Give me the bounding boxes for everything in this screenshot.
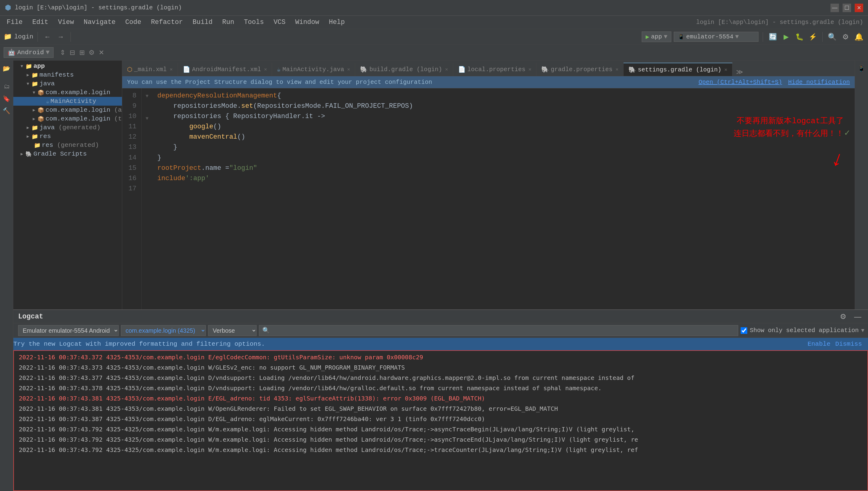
tab-local-props[interactable]: 📄 local.properties ✕ bbox=[453, 63, 537, 76]
tab-icon-xml: ⬡ bbox=[127, 66, 132, 73]
tree-arrow-app: ▼ bbox=[21, 64, 23, 69]
tab-close-gradle-props[interactable]: ✕ bbox=[616, 66, 619, 73]
tree-item-test[interactable]: ▶ 📦 com.example.login (test) bbox=[13, 114, 122, 123]
toolbar-fwd-btn[interactable]: → bbox=[55, 31, 66, 42]
collapse-all-btn[interactable]: ⊟ bbox=[68, 49, 76, 57]
tree-item-gradle-scripts[interactable]: ▶ 🐘 Gradle Scripts bbox=[13, 149, 122, 158]
tree-item-java-gen[interactable]: ▶ 📁 java (generated) bbox=[13, 123, 122, 132]
tree-item-mainactivity[interactable]: ☕ MainActivity bbox=[13, 97, 122, 106]
sidebar-bookmarks-icon[interactable]: 🔖 bbox=[1, 93, 12, 104]
android-view-selector[interactable]: 🤖 Android ▼ bbox=[4, 47, 54, 58]
window-title: login [E:\app\login] - settings.gradle (… bbox=[15, 4, 182, 11]
menu-build[interactable]: Build bbox=[188, 17, 217, 28]
menu-help[interactable]: Help bbox=[324, 17, 349, 28]
sync-btn[interactable]: 🔄 bbox=[767, 31, 778, 42]
expand-all-btn[interactable]: ⊞ bbox=[78, 49, 86, 57]
tab-settings-gradle[interactable]: 🐘 settings.gradle (login) ✕ bbox=[624, 63, 733, 76]
app-selector-label: app bbox=[651, 33, 662, 40]
minimize-button[interactable]: — bbox=[831, 4, 839, 12]
logcat-device-select[interactable]: Emulator emulator-5554 Android bbox=[18, 325, 119, 336]
tab-label-main-xml: _main.xml bbox=[134, 66, 167, 73]
code-line-16: include ':app' bbox=[157, 173, 850, 184]
sidebar-project-icon[interactable]: 📂 bbox=[1, 63, 12, 74]
logcat-level-select[interactable]: Verbose bbox=[208, 325, 256, 336]
gradle-icon: 🐘 bbox=[25, 151, 32, 157]
close-button[interactable]: ✕ bbox=[855, 4, 863, 12]
tab-close-settings-gradle[interactable]: ✕ bbox=[724, 66, 727, 73]
menu-navigate[interactable]: Navigate bbox=[79, 17, 120, 28]
tree-item-res[interactable]: ▶ 📁 res bbox=[13, 132, 122, 141]
log-output-area[interactable]: 2022-11-16 00:37:43.372 4325-4353/com.ex… bbox=[13, 350, 868, 491]
code-line-17 bbox=[157, 184, 850, 194]
settings-btn[interactable]: ⚙ bbox=[840, 31, 851, 42]
log-line-9: 2022-11-16 00:37:43.792 4325-4325/com.ex… bbox=[14, 434, 867, 445]
open-project-structure-link[interactable]: Open (Ctrl+Alt+Shift+S) bbox=[699, 79, 782, 86]
logcat-enable-link[interactable]: Enable bbox=[807, 341, 831, 348]
tab-gradle-props[interactable]: 🐘 gradle.properties ✕ bbox=[536, 63, 624, 76]
tab-close-mainactivity[interactable]: ✕ bbox=[347, 66, 350, 73]
logcat-package-select[interactable]: com.example.login (4325) bbox=[121, 325, 206, 336]
code-line-9: repositoriesMode.set(RepositoriesMode.FA… bbox=[157, 101, 850, 111]
tree-item-androidtest[interactable]: ▶ 📦 com.example.login (androidTest) bbox=[13, 106, 122, 114]
folder-icon-java: 📁 bbox=[31, 81, 38, 87]
logcat-minimize-btn[interactable]: — bbox=[852, 311, 863, 322]
menu-vcs[interactable]: VCS bbox=[269, 17, 290, 28]
tab-close-manifest[interactable]: ✕ bbox=[264, 66, 267, 73]
tab-mainactivity[interactable]: ☕ MainActivity.java ✕ bbox=[272, 63, 355, 76]
menu-edit[interactable]: Edit bbox=[28, 17, 53, 28]
sidebar-structure-icon[interactable]: 🗂 bbox=[1, 81, 12, 92]
tab-androidmanifest[interactable]: 📄 AndroidManifest.xml ✕ bbox=[178, 63, 272, 76]
package-icon-main: 📦 bbox=[37, 89, 44, 96]
tree-item-manifests[interactable]: ▶ 📁 manifests bbox=[13, 70, 122, 79]
ln-8: 8 bbox=[125, 91, 136, 101]
menu-window[interactable]: Window bbox=[291, 17, 323, 28]
tab-build-gradle[interactable]: 🐘 build.gradle (login) ✕ bbox=[355, 63, 453, 76]
scroll-to-btn[interactable]: ⇕ bbox=[58, 49, 67, 57]
tree-item-app[interactable]: ▼ 📁 app bbox=[13, 62, 122, 70]
sidebar-build-icon[interactable]: 🔨 bbox=[1, 105, 12, 116]
more-tabs-btn[interactable]: ≫ bbox=[733, 68, 747, 76]
package-icon-androidtest: 📦 bbox=[37, 107, 44, 114]
menu-code[interactable]: Code bbox=[121, 17, 146, 28]
ln-14: 14 bbox=[125, 153, 136, 163]
app-selector-arrow: ▼ bbox=[664, 33, 668, 40]
device-selector[interactable]: 📱 emulator-5554 ▼ bbox=[674, 32, 758, 42]
menu-refactor[interactable]: Refactor bbox=[147, 17, 187, 28]
gear-panel-btn[interactable]: ⚙ bbox=[87, 49, 96, 57]
search-btn[interactable]: 🔍 bbox=[827, 31, 838, 42]
hide-notification-link[interactable]: Hide notification bbox=[788, 79, 850, 86]
logcat-settings-btn[interactable]: ⚙ bbox=[838, 311, 849, 322]
tab-icon-local-props: 📄 bbox=[458, 66, 466, 73]
tab-close-build-gradle[interactable]: ✕ bbox=[445, 66, 448, 73]
tab-close-local-props[interactable]: ✕ bbox=[529, 66, 532, 73]
fold-10[interactable]: ▼ bbox=[142, 113, 153, 124]
tab-close-main-xml[interactable]: ✕ bbox=[170, 66, 173, 73]
notifications-btn[interactable]: 🔔 bbox=[854, 31, 864, 42]
logcat-search-input[interactable] bbox=[259, 325, 738, 336]
tree-item-package-main[interactable]: ▼ 📦 com.example.login bbox=[13, 88, 122, 97]
maximize-button[interactable]: ☐ bbox=[843, 4, 851, 12]
left-sidebar: 📂 🗂 🔖 🔨 bbox=[0, 61, 13, 491]
tab-label-build-gradle: build.gradle (login) bbox=[369, 66, 442, 73]
tab-main-xml[interactable]: ⬡ _main.xml ✕ bbox=[122, 63, 178, 76]
tree-item-java[interactable]: ▼ 📁 java bbox=[13, 79, 122, 88]
device-file-explorer-icon[interactable]: 📱 bbox=[856, 63, 867, 74]
logcat-show-selected-checkbox[interactable] bbox=[741, 327, 747, 334]
menu-view[interactable]: View bbox=[54, 17, 79, 28]
log-line-10: 2022-11-16 00:37:43.792 4325-4325/com.ex… bbox=[14, 445, 867, 455]
run-btn[interactable]: ▶ bbox=[781, 31, 792, 42]
debug-btn[interactable]: 🐛 bbox=[794, 31, 805, 42]
menu-file[interactable]: File bbox=[2, 17, 27, 28]
menu-run[interactable]: Run bbox=[218, 17, 239, 28]
logcat-dismiss-link[interactable]: Dismiss bbox=[835, 341, 862, 348]
toolbar-back-btn[interactable]: ← bbox=[42, 31, 53, 42]
profile-btn[interactable]: ⚡ bbox=[807, 31, 818, 42]
fold-8[interactable]: ▼ bbox=[142, 91, 153, 102]
tree-item-res-gen[interactable]: 📁 res (generated) bbox=[13, 141, 122, 149]
tab-label-settings-gradle: settings.gradle (login) bbox=[638, 66, 721, 73]
file-tree: ▼ 📁 app ▶ 📁 manifests ▼ 📁 java ▼ 📦 com.e… bbox=[13, 61, 122, 309]
menu-tools[interactable]: Tools bbox=[240, 17, 268, 28]
close-panel-btn[interactable]: ✕ bbox=[97, 49, 105, 57]
app-selector[interactable]: ▶ app ▼ bbox=[642, 31, 671, 42]
fold-13 bbox=[142, 147, 153, 158]
